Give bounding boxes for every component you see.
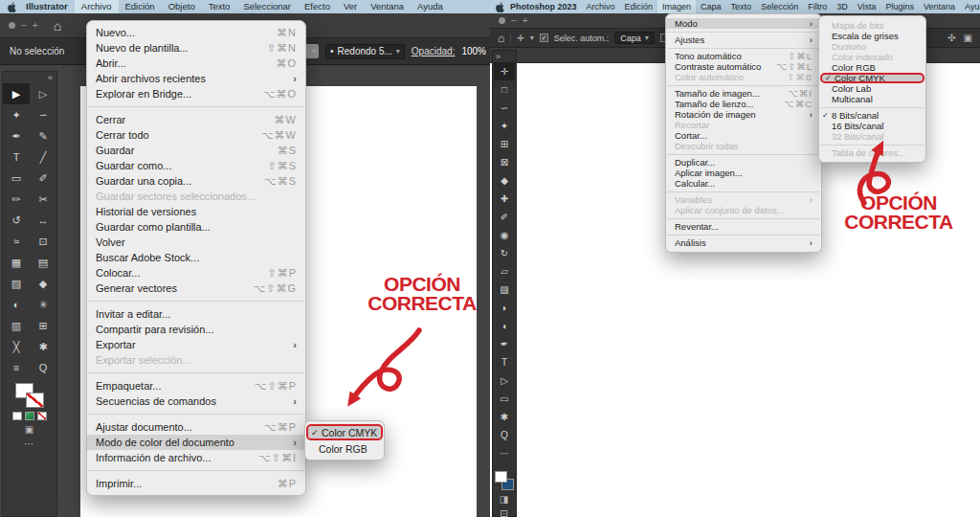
menubar-item-seleccionar[interactable]: Seleccionar (236, 0, 298, 13)
none-button[interactable] (37, 412, 47, 420)
selection-tool-icon[interactable]: ▶ (3, 83, 30, 104)
gradient-button[interactable] (25, 412, 34, 420)
rectangle-tool-icon[interactable]: ▭ (3, 168, 30, 189)
shape-tool-icon[interactable]: ▭ (494, 390, 515, 408)
menubar-item-photoshop-2023[interactable]: Photoshop 2023 (505, 0, 582, 13)
gradient-tool-icon[interactable]: ▨ (3, 273, 30, 294)
menubar-item-texto[interactable]: Texto (726, 0, 757, 13)
menu-item-imprimir[interactable]: Imprimir...⌘P (87, 476, 305, 491)
menubar-item-objeto[interactable]: Objeto (162, 0, 202, 13)
move-tool-icon[interactable]: ✛ (494, 62, 515, 80)
foreground-background-swatches[interactable] (495, 471, 514, 490)
brush-dropdown[interactable]: • Redondo 5... ▾ (325, 44, 405, 59)
rotate-tool-icon[interactable]: ↺ (3, 210, 30, 231)
capture-icon[interactable]: ▣ (964, 33, 972, 43)
color-button[interactable] (12, 412, 22, 420)
eraser-tool-icon[interactable]: ▱ (494, 262, 515, 281)
menu-item-escala-de-grises[interactable]: Escala de grises (819, 31, 925, 41)
menubar-item-plugins[interactable]: Plugins (881, 0, 920, 13)
menu-item-8-bits-canal[interactable]: ✓8 Bits/canal (819, 110, 925, 121)
opacity-value[interactable]: 100% (461, 46, 486, 56)
close-button[interactable] (9, 22, 15, 29)
share-icon[interactable]: ✣ (947, 33, 955, 43)
menubar-item-illustrator[interactable]: Illustrator (19, 0, 75, 13)
auto-select-target-dropdown[interactable]: Capa ▾ (614, 32, 655, 44)
menubar-item-archivo[interactable]: Archivo (582, 0, 620, 13)
menubar-item-edici-n[interactable]: Edición (119, 0, 162, 13)
menu-item-nuevo[interactable]: Nuevo...⌘N (87, 25, 305, 40)
menubar-item-ayuda[interactable]: Ayuda (411, 0, 450, 13)
menu-item-color-rgb[interactable]: Color RGB (819, 62, 925, 73)
menu-item-color-lab[interactable]: Color Lab (819, 83, 925, 94)
move-tool-icon[interactable]: ✛ (517, 34, 524, 43)
more-tools-icon[interactable]: ⋯ (494, 444, 515, 462)
fill-stroke-swatches[interactable] (15, 383, 44, 408)
menu-item-cortar[interactable]: Cortar... (666, 130, 821, 141)
clone-stamp-tool-icon[interactable]: ◉ (494, 226, 515, 244)
eyedropper-tool-icon[interactable]: ◆ (30, 273, 56, 294)
auto-select-checkbox[interactable]: ✓ (540, 34, 548, 42)
menu-item-contraste-autom-tico[interactable]: Contraste automático⌥⇧⌘L (666, 61, 821, 72)
zoom-tool-icon[interactable]: Q (30, 357, 56, 378)
menu-item-empaquetar[interactable]: Empaquetar...⌥⇧⌘P (87, 378, 305, 393)
menu-item-modo-de-color-del-documento[interactable]: Modo de color del documento› (87, 435, 305, 450)
pen-tool-icon[interactable]: ✒ (3, 125, 30, 146)
menubar-item-capa[interactable]: Capa (696, 0, 726, 13)
scissors-tool-icon[interactable]: ✂ (30, 189, 56, 210)
menu-item-color-cmyk[interactable]: ✓Color CMYK (820, 73, 924, 83)
menubar-item-texto[interactable]: Texto (202, 0, 237, 13)
menubar-item-ventana[interactable]: Ventana (919, 0, 960, 13)
menubar-item-ventana[interactable]: Ventana (364, 0, 411, 13)
dodge-tool-icon[interactable]: ◖ (494, 317, 515, 335)
pen-tool-icon[interactable]: ✒ (494, 335, 515, 353)
paintbrush-tool-icon[interactable]: ✐ (30, 168, 56, 189)
stroke-swatch[interactable] (26, 393, 44, 408)
frame-tool-icon[interactable]: ⊠ (494, 153, 515, 171)
hand-tool-icon[interactable]: ✱ (30, 336, 56, 357)
type-tool-icon[interactable]: T (494, 353, 515, 371)
magic-wand-tool-icon[interactable]: ✦ (494, 117, 515, 135)
blur-tool-icon[interactable]: ◗ (494, 299, 515, 317)
menu-item-guardar-como[interactable]: Guardar como...⇧⌘S (87, 158, 305, 173)
marquee-tool-icon[interactable]: □ (494, 80, 515, 99)
menu-item-aplicar-imagen[interactable]: Aplicar imagen... (666, 168, 821, 178)
zoom-window-button[interactable]: + (33, 20, 38, 31)
menubar-item-archivo[interactable]: Archivo (75, 0, 119, 13)
menu-item-volver[interactable]: Volver (87, 235, 305, 250)
healing-brush-tool-icon[interactable]: ✚ (494, 190, 515, 208)
menu-item-duplicar[interactable]: Duplicar... (666, 157, 821, 168)
menu-item-rotaci-n-de-imagen[interactable]: Rotación de imagen› (666, 109, 821, 120)
zoom-tool-icon[interactable]: Q (494, 426, 515, 444)
menubar-item-selecci-n[interactable]: Selección (756, 0, 803, 13)
type-tool-icon[interactable]: T (3, 146, 30, 168)
menubar-item-filtro[interactable]: Filtro (803, 0, 832, 13)
minimize-button[interactable]: − (21, 20, 27, 31)
menu-item-secuencias-de-comandos[interactable]: Secuencias de comandos› (87, 393, 305, 409)
menubar-item-vista[interactable]: Vista (853, 0, 881, 13)
artboard-tool-icon[interactable]: ⊞ (30, 315, 56, 336)
menu-item-tama-o-de-imagen[interactable]: Tamaño de imagen...⌥⌘I (666, 88, 821, 99)
brush-tool-icon[interactable]: ✐ (494, 208, 515, 226)
more-tools-icon[interactable]: ⋯ (25, 438, 35, 449)
menu-item-guardar-como-plantilla[interactable]: Guardar como plantilla... (87, 219, 305, 235)
menu-item-ajustar-documento[interactable]: Ajustar documento...⌥⌘P (87, 419, 305, 435)
graph-tool-icon[interactable]: ▥ (3, 315, 30, 336)
magic-wand-tool-icon[interactable]: ✦ (3, 104, 30, 125)
menu-item-multicanal[interactable]: Multicanal (819, 94, 925, 104)
path-selection-tool-icon[interactable]: ▷ (494, 371, 515, 390)
symbol-sprayer-tool-icon[interactable]: ✳ (30, 294, 56, 315)
slice-tool-icon[interactable]: ╳ (3, 336, 30, 357)
eyedropper-tool-icon[interactable]: ◆ (494, 171, 515, 190)
menu-item-guardar[interactable]: Guardar⌘S (87, 143, 305, 158)
menubar-item-edici-n[interactable]: Edición (620, 0, 658, 13)
shaper-tool-icon[interactable]: ✏ (3, 189, 30, 210)
close-button[interactable] (499, 17, 505, 24)
menu-item-invitar-a-editar[interactable]: Invitar a editar... (87, 306, 305, 322)
menu-item-generar-vectores[interactable]: Generar vectores⌥⇧⌘G (87, 281, 305, 296)
menu-item-abrir[interactable]: Abrir...⌘O (87, 56, 305, 71)
free-transform-tool-icon[interactable]: ⊡ (30, 231, 56, 252)
menu-item-reventar[interactable]: Reventar... (666, 221, 821, 232)
menu-item-cerrar[interactable]: Cerrar⌘W (87, 112, 305, 127)
menu-item-historial-de-versiones[interactable]: Historial de versiones (87, 204, 305, 219)
menu-item-compartir-para-revisi-n[interactable]: Compartir para revisión... (87, 322, 305, 337)
